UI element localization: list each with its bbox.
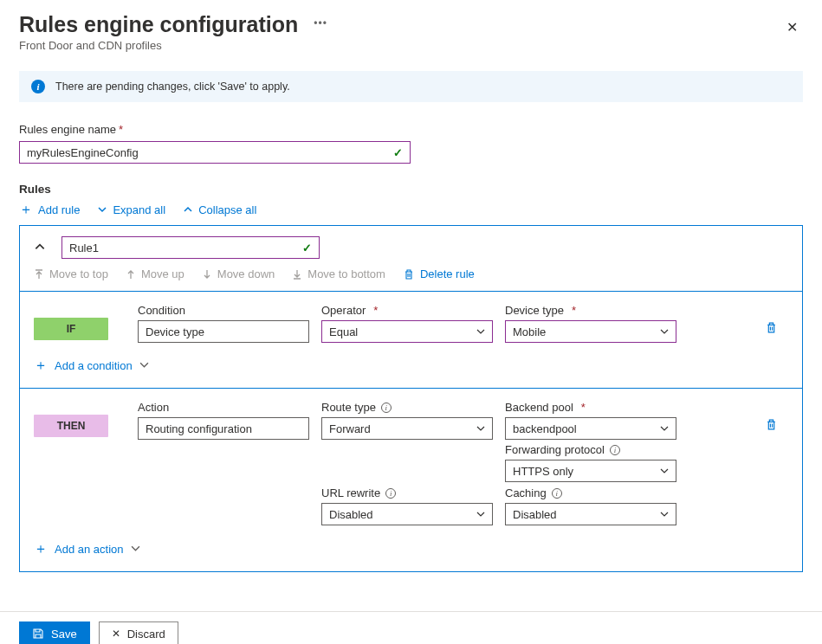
arrow-top-icon <box>34 269 44 280</box>
chevron-down-icon <box>476 510 485 518</box>
info-icon[interactable]: i <box>552 488 562 499</box>
move-to-bottom-button[interactable]: Move to bottom <box>292 267 385 280</box>
route-type-label: Route type i <box>321 401 503 414</box>
caching-label: Caching i <box>505 486 687 499</box>
plus-icon: ＋ <box>19 203 33 216</box>
discard-icon: ✕ <box>112 628 120 640</box>
chevron-down-icon <box>131 543 140 556</box>
plus-icon: ＋ <box>34 358 48 372</box>
forwarding-protocol-select[interactable]: HTTPS only <box>505 460 676 482</box>
arrow-down-icon <box>202 269 212 280</box>
if-pill: IF <box>34 318 108 340</box>
operator-label: Operator* <box>321 304 503 317</box>
discard-button[interactable]: ✕ Discard <box>99 621 178 644</box>
save-button[interactable]: Save <box>19 621 90 644</box>
more-menu-icon[interactable]: ••• <box>314 17 327 29</box>
delete-condition-icon[interactable] <box>765 321 778 337</box>
expand-all-button[interactable]: Expand all <box>97 203 165 216</box>
chevron-down-icon <box>660 424 669 433</box>
move-down-button[interactable]: Move down <box>202 267 275 280</box>
chevron-down-icon <box>97 204 107 215</box>
name-label: Rules engine name* <box>19 123 803 136</box>
forwarding-protocol-label: Forwarding protocol i <box>505 443 687 456</box>
then-pill: THEN <box>34 415 108 437</box>
move-to-top-button[interactable]: Move to top <box>34 267 108 280</box>
backend-pool-select[interactable]: backendpool <box>505 417 676 440</box>
pending-changes-banner: i There are pending changes, click 'Save… <box>19 71 803 102</box>
delete-rule-button[interactable]: Delete rule <box>403 267 475 280</box>
add-action-button[interactable]: ＋ Add an action <box>34 542 788 556</box>
chevron-down-icon <box>660 327 669 336</box>
plus-icon: ＋ <box>34 542 48 556</box>
action-value[interactable]: Routing configuration <box>138 417 309 440</box>
info-icon[interactable]: i <box>385 488 396 499</box>
chevron-down-icon <box>476 424 485 433</box>
backend-pool-label: Backend pool* <box>505 401 687 414</box>
condition-value[interactable]: Device type <box>138 320 309 343</box>
route-type-select[interactable]: Forward <box>321 417 493 440</box>
arrow-bottom-icon <box>292 269 302 280</box>
rule-name-input[interactable]: Rule1 <box>61 236 320 259</box>
collapse-rule-icon[interactable] <box>34 241 46 255</box>
close-icon[interactable]: ✕ <box>781 16 803 39</box>
rules-engine-name-input[interactable]: myRulesEngineConfig <box>19 141 411 164</box>
chevron-down-icon <box>660 510 669 518</box>
chevron-up-icon <box>183 204 193 215</box>
trash-icon <box>403 268 415 280</box>
operator-select[interactable]: Equal <box>321 320 493 343</box>
chevron-down-icon <box>139 359 149 372</box>
collapse-all-button[interactable]: Collapse all <box>183 203 256 216</box>
page-title: Rules engine configuration <box>19 12 298 37</box>
arrow-up-icon <box>126 269 136 280</box>
delete-action-icon[interactable] <box>765 418 778 434</box>
info-icon: i <box>31 80 45 93</box>
save-icon <box>32 628 44 640</box>
info-icon[interactable]: i <box>610 445 620 455</box>
move-up-button[interactable]: Move up <box>126 267 184 280</box>
info-icon[interactable]: i <box>381 402 392 413</box>
chevron-down-icon <box>476 327 485 336</box>
caching-select[interactable]: Disabled <box>505 503 676 525</box>
device-type-label: Device type* <box>505 304 687 317</box>
url-rewrite-select[interactable]: Disabled <box>321 503 493 525</box>
rule-card: Rule1 Move to top Move up Move down <box>19 225 803 572</box>
condition-label: Condition <box>138 304 320 317</box>
chevron-down-icon <box>660 467 669 475</box>
url-rewrite-label: URL rewrite i <box>321 486 503 499</box>
banner-text: There are pending changes, click 'Save' … <box>55 80 290 93</box>
page-subtitle: Front Door and CDN profiles <box>19 39 803 52</box>
action-label: Action <box>138 401 320 414</box>
device-type-select[interactable]: Mobile <box>505 320 676 343</box>
add-condition-button[interactable]: ＋ Add a condition <box>34 358 788 372</box>
add-rule-button[interactable]: ＋ Add rule <box>19 203 80 216</box>
rules-heading: Rules <box>19 183 803 196</box>
